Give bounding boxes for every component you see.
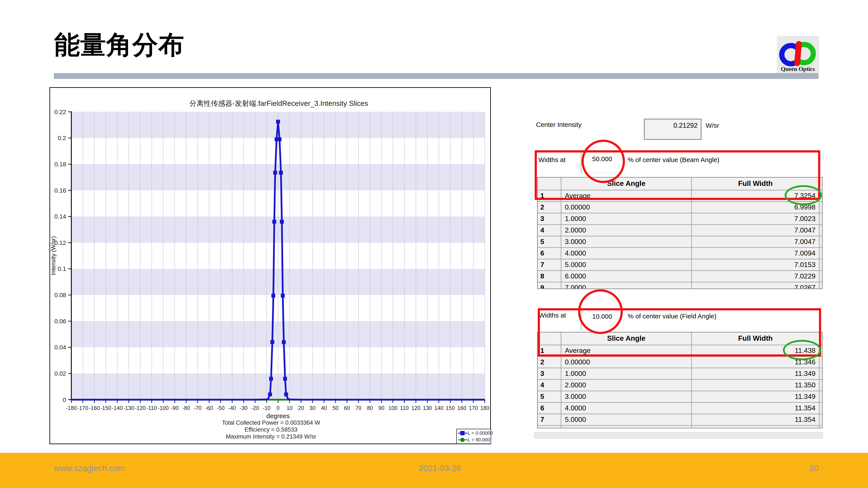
table-cell: 4.0000 [561, 403, 691, 414]
table-cell [819, 403, 822, 414]
chart-stats-block: Total Collected Power = 0.0033364 WEffic… [71, 419, 471, 440]
svg-text:90: 90 [378, 405, 384, 411]
svg-text:110: 110 [400, 405, 409, 411]
table-row[interactable]: 1Average11.438 [538, 345, 822, 356]
table-cell [819, 426, 822, 428]
table-cell: 6.0000 [561, 271, 691, 282]
svg-text:-10: -10 [262, 405, 270, 411]
svg-text:30: 30 [309, 405, 315, 411]
table-row[interactable] [538, 425, 822, 428]
table-row[interactable]: 64.000011.354 [538, 402, 822, 414]
svg-text:130: 130 [423, 405, 432, 411]
table-cell: 7.0153 [691, 259, 819, 270]
table-cell: 7.0267 [691, 282, 819, 289]
svg-text:150: 150 [446, 405, 455, 411]
table-cell: 7.0000 [561, 282, 691, 289]
svg-text:-20: -20 [251, 405, 259, 411]
field-table-scrollbar[interactable] [534, 432, 823, 438]
svg-text:-60: -60 [205, 405, 213, 411]
table-cell: 11.354 [691, 403, 819, 414]
svg-text:-120: -120 [135, 405, 146, 411]
legend-square-marker-icon [458, 430, 468, 436]
svg-text:50: 50 [333, 405, 339, 411]
svg-text:0.22: 0.22 [54, 109, 66, 116]
table-row[interactable]: 1Average7.3254 [538, 190, 822, 201]
legend-item: L = 90.000 [458, 436, 490, 443]
svg-text:-50: -50 [217, 405, 225, 411]
table-cell: 0.00000 [561, 357, 691, 368]
svg-text:-80: -80 [182, 405, 190, 411]
table-row[interactable]: 64.00007.0094 [538, 247, 822, 259]
table-cell: 1 [538, 345, 561, 356]
company-logo: Queen Optics [777, 36, 819, 73]
table-cell: 6 [538, 248, 561, 259]
svg-text:100: 100 [389, 405, 398, 411]
table-cell: 5.0000 [561, 259, 691, 270]
svg-text:-30: -30 [240, 405, 248, 411]
table-cell [819, 225, 822, 236]
svg-text:0.06: 0.06 [54, 318, 66, 325]
table-cell [561, 426, 691, 428]
svg-text:-130: -130 [123, 405, 134, 411]
table-row[interactable]: 31.00007.0023 [538, 213, 822, 224]
svg-text:0.14: 0.14 [54, 213, 66, 220]
table-header-row: Slice AngleFull Width [538, 332, 822, 345]
table-cell: 4 [538, 380, 561, 391]
field-percent-input[interactable]: 10.000 [581, 309, 623, 330]
beam-percent-input[interactable]: 50.000 [581, 152, 623, 173]
table-cell: Slice Angle [561, 332, 691, 345]
table-cell [819, 380, 822, 391]
table-cell: 3.0000 [561, 236, 691, 247]
svg-text:degrees: degrees [266, 412, 290, 419]
table-row[interactable]: 42.000011.350 [538, 379, 822, 391]
svg-text:-100: -100 [158, 405, 168, 411]
table-cell: 7.0047 [691, 236, 819, 247]
table-row[interactable]: 97.00007.0267 [538, 282, 822, 289]
table-row[interactable]: 53.000011.349 [538, 391, 822, 402]
table-cell: 7 [538, 414, 561, 425]
title-underline [54, 73, 818, 79]
table-cell: 1.0000 [561, 368, 691, 379]
svg-text:-180: -180 [66, 405, 77, 411]
table-row[interactable]: 20.0000011.346 [538, 356, 822, 368]
field-widths-at-label: Widths at [539, 312, 566, 319]
table-row[interactable]: 20.000006.9998 [538, 201, 822, 213]
table-row[interactable]: 53.00007.0047 [538, 236, 822, 247]
table-cell: 7.0023 [691, 214, 819, 224]
table-cell: 7.3254 [691, 190, 819, 201]
svg-text:0.16: 0.16 [54, 187, 66, 194]
table-cell: 3.0000 [561, 391, 691, 402]
table-cell: 3 [538, 214, 561, 224]
field-angle-table: Slice AngleFull Width1Average11.43820.00… [537, 332, 823, 428]
table-cell: 3 [538, 368, 561, 379]
svg-text:0: 0 [276, 405, 279, 411]
table-row[interactable]: 42.00007.0047 [538, 224, 822, 236]
svg-text:-40: -40 [228, 405, 236, 411]
table-cell [819, 248, 822, 259]
table-cell [819, 271, 822, 282]
table-cell: 5 [538, 236, 561, 247]
table-cell [819, 357, 822, 368]
table-cell: 2.0000 [561, 225, 691, 236]
table-cell: 4.0000 [561, 248, 691, 259]
table-row[interactable]: 75.000011.354 [538, 414, 822, 425]
table-cell [819, 202, 822, 213]
slide: 能量角分布 Queen Optics 分离性传感器-发射端.farFieldRe… [0, 0, 868, 488]
svg-text:-170: -170 [78, 405, 88, 411]
table-cell: 5 [538, 391, 561, 402]
svg-text:-160: -160 [89, 405, 100, 411]
footer-page-number: 20 [809, 464, 818, 473]
table-row[interactable]: 31.000011.349 [538, 368, 822, 379]
legend-label: L = 0.00000 [468, 430, 493, 436]
beam-percent-suffix-label: % of center value (Beam Angle) [628, 156, 719, 164]
svg-text:0.1: 0.1 [58, 265, 66, 272]
center-intensity-unit: W/sr [706, 122, 719, 129]
table-cell: 2 [538, 357, 561, 368]
table-cell: 11.346 [691, 357, 819, 368]
page-title: 能量角分布 [54, 28, 184, 62]
table-cell: Full Width [691, 177, 819, 190]
table-cell [691, 426, 819, 428]
table-row[interactable]: 86.00007.0229 [538, 270, 822, 282]
table-cell: 11.350 [691, 380, 819, 391]
table-row[interactable]: 75.00007.0153 [538, 259, 822, 270]
